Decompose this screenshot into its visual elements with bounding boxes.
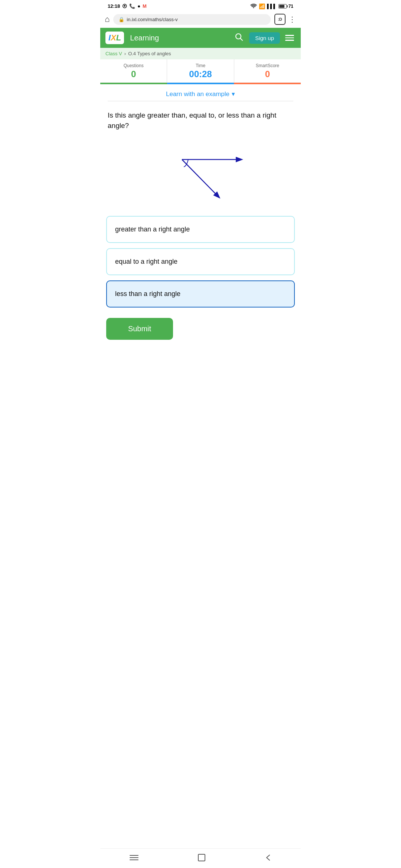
choice-greater-label: greater than a right angle <box>115 226 190 233</box>
logo-x: X <box>111 33 116 43</box>
question-area: Is this angle greater than, equal to, or… <box>100 101 301 145</box>
signup-button[interactable]: Sign up <box>249 32 280 44</box>
url-text: in.ixl.com/maths/class-v <box>127 17 177 22</box>
time-value: 00:28 <box>167 69 234 79</box>
gmail-icon: M <box>143 3 147 9</box>
progress-green <box>100 83 167 84</box>
questions-value: 0 <box>100 69 167 79</box>
stats-row: Questions 0 Time 00:28 SmartScore 0 <box>100 59 301 83</box>
question-text: Is this angle greater than, equal to, or… <box>108 110 293 131</box>
search-icon[interactable] <box>235 33 243 43</box>
smart-label: SmartScore <box>234 63 301 68</box>
submit-button[interactable]: Submit <box>106 318 173 340</box>
breadcrumb-topic: O.4 Types of angles <box>128 51 171 56</box>
choices-container: greater than a right angle equal to a ri… <box>100 216 301 308</box>
questions-label: Questions <box>100 63 167 68</box>
progress-bars <box>100 83 301 84</box>
chevron-down-icon: ▾ <box>232 90 235 98</box>
choice-equal-label: equal to a right angle <box>115 258 177 265</box>
progress-blue <box>167 83 234 84</box>
angle-svg <box>162 145 247 205</box>
tab-button[interactable]: :D <box>274 14 286 25</box>
bottom-nav-home[interactable] <box>197 853 206 862</box>
bottom-nav <box>100 848 301 868</box>
learn-example-text: Learn with an example <box>166 91 229 98</box>
status-left: 12:18 ⦿ 📞 ● M <box>108 3 147 9</box>
wifi-icon <box>250 3 257 9</box>
nav-learning-label: Learning <box>128 34 231 42</box>
stat-time: Time 00:28 <box>167 59 234 82</box>
stat-smartscore: SmartScore 0 <box>234 59 301 82</box>
bottom-nav-menu[interactable] <box>129 854 139 861</box>
address-bar[interactable]: 🔒 in.ixl.com/maths/class-v <box>113 14 271 25</box>
jio-icon: ⦿ <box>122 3 127 9</box>
svg-line-1 <box>241 38 243 40</box>
call-icon: 📶 <box>259 3 265 9</box>
choice-greater-button[interactable]: greater than a right angle <box>106 216 295 243</box>
choice-less-button[interactable]: less than a right angle <box>106 280 295 308</box>
choice-less-label: less than a right angle <box>115 290 180 297</box>
svg-rect-7 <box>198 854 205 861</box>
signal-icon: ● <box>137 3 140 9</box>
learn-example-link[interactable]: Learn with an example ▾ <box>166 90 235 98</box>
svg-line-3 <box>182 160 219 197</box>
home-icon[interactable]: ⌂ <box>105 14 110 24</box>
status-time: 12:18 <box>108 3 120 9</box>
choice-equal-button[interactable]: equal to a right angle <box>106 248 295 275</box>
angle-diagram <box>100 145 301 205</box>
lock-icon: 🔒 <box>118 17 124 22</box>
breadcrumb: Class V › O.4 Types of angles <box>100 48 301 59</box>
battery-percent: 71 <box>288 4 293 9</box>
bottom-nav-back[interactable] <box>264 854 272 862</box>
time-label: Time <box>167 63 234 68</box>
status-bar: 12:18 ⦿ 📞 ● M 📶 ▌▌▌ 71 <box>100 0 301 11</box>
logo[interactable]: I X L <box>105 32 124 44</box>
breadcrumb-class[interactable]: Class V <box>105 51 122 56</box>
submit-area: Submit <box>100 308 301 355</box>
status-right: 📶 ▌▌▌ 71 <box>250 3 293 9</box>
progress-orange <box>234 83 301 84</box>
more-menu-button[interactable]: ⋮ <box>288 15 296 24</box>
browser-actions: :D ⋮ <box>274 14 296 25</box>
breadcrumb-separator: › <box>124 51 126 56</box>
learn-example-section: Learn with an example ▾ <box>100 84 301 101</box>
stat-questions: Questions 0 <box>100 59 167 82</box>
phone-icon: 📞 <box>129 3 135 9</box>
logo-l: L <box>116 33 121 43</box>
browser-chrome: ⌂ 🔒 in.ixl.com/maths/class-v :D ⋮ <box>100 11 301 28</box>
nav-bar: I X L Learning Sign up <box>100 28 301 48</box>
battery-icon <box>278 4 287 9</box>
hamburger-menu-button[interactable] <box>284 33 296 42</box>
signal-bars: ▌▌▌ <box>267 4 277 9</box>
smart-value: 0 <box>234 69 301 79</box>
